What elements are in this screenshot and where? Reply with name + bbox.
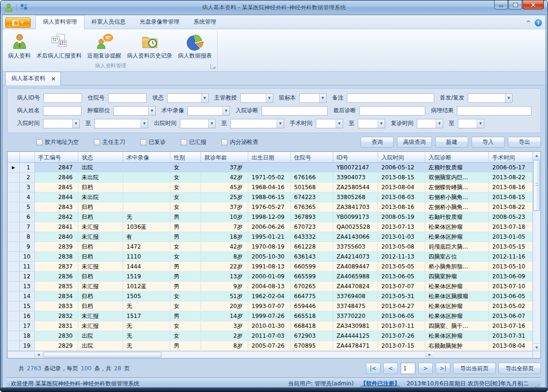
filter-input[interactable]: [359, 106, 425, 116]
vscroll-thumb[interactable]: [533, 160, 540, 211]
document-tab[interactable]: 病人基本资料 ×: [5, 72, 61, 85]
filter-combo[interactable]: ▼: [468, 93, 513, 103]
ribbon-tab-3[interactable]: 光盘录像带管理: [133, 16, 186, 29]
action-button-查询[interactable]: 查询: [361, 137, 394, 148]
page-number-input[interactable]: [401, 363, 415, 374]
column-header[interactable]: 状态: [78, 152, 123, 162]
filter-combo[interactable]: ▼: [358, 119, 385, 128]
dropdown-arrow-icon[interactable]: ▼: [72, 119, 79, 128]
action-button-导入[interactable]: 导入: [472, 137, 505, 148]
tab-close-icon[interactable]: ×: [51, 76, 56, 81]
table-row[interactable]: 152833归档无女20岁1993-07-0765944633748475201…: [8, 301, 532, 311]
title-bar[interactable]: 病人基本资料 - 某某医院神经外科-神经外科数据管理系统 ×: [0, 0, 548, 15]
filter-combo[interactable]: ▼: [43, 119, 80, 128]
ribbon-button[interactable]: 病人数据报表: [175, 31, 215, 62]
table-row[interactable]: 22846未出院女42岁1971-05-02676166339040732013…: [8, 173, 532, 183]
vscroll-track[interactable]: [533, 159, 540, 343]
ribbon-tab-1[interactable]: 病人资料管理: [35, 15, 84, 29]
dropdown-arrow-icon[interactable]: ▼: [148, 107, 155, 115]
dropdown-arrow-icon[interactable]: ▼: [208, 119, 215, 128]
column-header[interactable]: 入院时间: [378, 152, 425, 162]
filter-input[interactable]: [457, 106, 531, 116]
ribbon-button[interactable]: 近期复诊提醒: [84, 31, 124, 62]
filter-combo[interactable]: ▼: [230, 119, 284, 128]
action-button-导出[interactable]: 导出: [508, 137, 541, 148]
registered-link[interactable]: 【软件已注册】: [360, 380, 400, 388]
column-header[interactable]: 手工编号: [35, 152, 78, 162]
action-button-新建[interactable]: 新建: [435, 137, 468, 148]
filter-combo[interactable]: ▼: [180, 119, 216, 128]
vertical-scrollbar[interactable]: ▲ ▼: [532, 152, 540, 358]
resize-grip-icon[interactable]: [535, 383, 540, 387]
filter-checkbox[interactable]: 已汇报: [181, 138, 206, 146]
group-dialog-launcher-icon[interactable]: [211, 64, 215, 69]
collapse-ribbon-icon[interactable]: ^: [526, 21, 531, 25]
dropdown-arrow-icon[interactable]: ▼: [336, 119, 343, 128]
dropdown-arrow-icon[interactable]: ▼: [277, 119, 284, 128]
table-row[interactable]: 72841未汇报1036蓝男7岁2006-06-26670723QA002552…: [8, 222, 532, 232]
table-row[interactable]: 62842归档无男10岁1998-12-09367893YB0099173200…: [8, 212, 532, 222]
dropdown-arrow-icon[interactable]: ▼: [222, 107, 229, 115]
export-current-page-button[interactable]: 导出当前页: [453, 363, 496, 374]
table-row[interactable]: 92839归档1472女42岁1970-08-19661228337556032…: [8, 242, 532, 252]
first-page-button[interactable]: |<: [366, 363, 380, 374]
close-button[interactable]: ×: [523, 0, 544, 9]
dropdown-arrow-icon[interactable]: ▼: [266, 94, 273, 102]
filter-combo[interactable]: ▼: [299, 93, 327, 103]
dropdown-arrow-icon[interactable]: ▼: [505, 94, 512, 102]
table-row[interactable]: 32845归档女45岁1968-04-16501568ZA25805442013…: [8, 183, 532, 192]
table-row[interactable]: 172831未汇报无女3岁2010-01-30668418ZA343098120…: [8, 321, 532, 331]
ribbon-button[interactable]: 病人资料: [5, 31, 34, 62]
filter-input[interactable]: [347, 93, 434, 103]
hscroll-thumb[interactable]: [43, 352, 161, 358]
dropdown-arrow-icon[interactable]: ▼: [477, 119, 484, 128]
table-row[interactable]: 102838归档1110女8岁2005-10-30636143ZA4214073…: [8, 252, 532, 262]
table-row[interactable]: 112837未汇报1444男22岁1991-08-13660599ZA40894…: [8, 262, 532, 272]
hscroll-track[interactable]: [42, 351, 426, 358]
ribbon-tab-2[interactable]: 科室人员信息: [84, 16, 133, 29]
column-header[interactable]: ID号: [333, 152, 378, 162]
filter-combo[interactable]: ▼: [417, 119, 443, 128]
export-all-pages-button[interactable]: 导出全部页: [498, 363, 541, 374]
filter-combo[interactable]: ▼: [94, 119, 148, 128]
table-row[interactable]: 82840未汇报有男18岁1995-01-21643332ZA414306620…: [8, 232, 532, 242]
filter-checkbox[interactable]: 已复诊: [140, 138, 166, 146]
filter-combo[interactable]: ▼: [187, 106, 230, 116]
column-header[interactable]: 就诊年龄: [201, 152, 248, 162]
column-header[interactable]: 手术时间: [489, 152, 532, 162]
scroll-left-icon[interactable]: ◀: [35, 351, 42, 358]
table-row[interactable]: 162832未汇报1517男14岁1999-07-266655183377022…: [8, 311, 532, 321]
column-header[interactable]: 入院诊断: [425, 152, 489, 162]
filter-combo[interactable]: ▼: [458, 119, 484, 128]
horizontal-scrollbar[interactable]: ◀ ▶: [8, 351, 532, 358]
application-menu-button[interactable]: ▼: [5, 17, 31, 28]
table-row[interactable]: 182830出院无女2岁2011-07-03672903ZA4444125201…: [8, 331, 532, 341]
dropdown-arrow-icon[interactable]: ▼: [436, 119, 443, 128]
table-row[interactable]: 142834归档1505女51岁1962-02-0466477533769408…: [8, 292, 532, 301]
filter-input[interactable]: [43, 106, 82, 116]
filter-input[interactable]: [108, 93, 147, 103]
table-row[interactable]: 192829出院无男8岁2005-07-26670895ZA4478471201…: [8, 341, 532, 351]
filter-combo[interactable]: ▼: [316, 119, 343, 128]
minimize-button[interactable]: [494, 0, 508, 9]
filter-combo[interactable]: ▼: [113, 106, 156, 116]
filter-checkbox[interactable]: 内分泌检查: [221, 138, 258, 146]
ribbon-tab-4[interactable]: 系统管理: [186, 16, 223, 29]
dropdown-arrow-icon[interactable]: ▼: [378, 119, 385, 128]
scroll-up-icon[interactable]: ▲: [533, 152, 540, 159]
ribbon-button[interactable]: 病人资料历史记录: [124, 31, 175, 62]
table-row[interactable]: 132835未汇报1012蓝男9岁2004-08-13670265ZA44708…: [8, 282, 532, 292]
maximize-button[interactable]: [508, 0, 522, 9]
filter-checkbox[interactable]: 胶片地址为空: [36, 138, 79, 146]
table-row[interactable]: 42844未出院女25岁1988-06-15674223338052682013…: [8, 192, 532, 202]
ribbon-button[interactable]: 术后病人汇报资料: [34, 31, 84, 62]
filter-combo[interactable]: ▼: [167, 93, 209, 103]
next-page-button[interactable]: >: [418, 363, 433, 374]
column-header[interactable]: 住院号: [291, 152, 333, 162]
filter-input[interactable]: [43, 93, 82, 103]
dropdown-arrow-icon[interactable]: ▼: [319, 94, 326, 102]
action-button-高级查询[interactable]: 高级查询: [397, 137, 432, 148]
info-icon[interactable]: i: [535, 19, 542, 26]
dropdown-arrow-icon[interactable]: ▼: [141, 119, 148, 128]
column-header[interactable]: 性别: [170, 152, 201, 162]
